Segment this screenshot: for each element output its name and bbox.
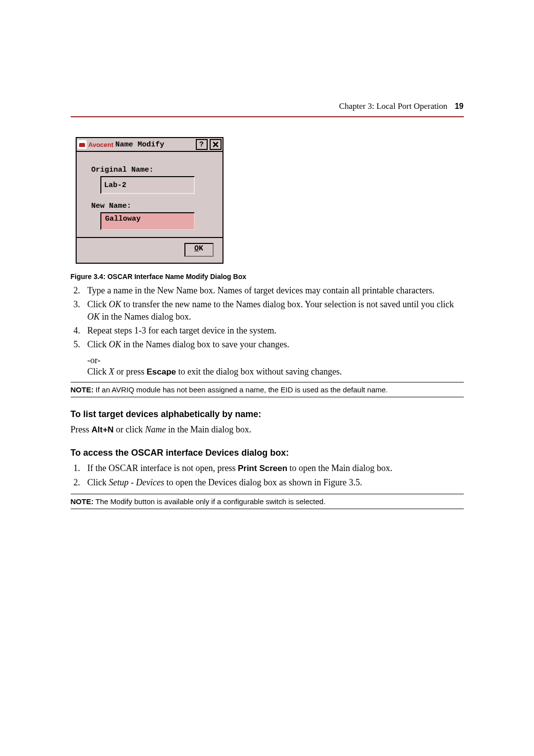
list2-step-2: Click Setup - Devices to open the Device… bbox=[83, 476, 464, 488]
close-button[interactable] bbox=[210, 139, 222, 150]
page-header: Chapter 3: Local Port Operation 19 bbox=[71, 101, 464, 117]
dialog-title: Name Modify bbox=[115, 141, 193, 149]
step-3: Click OK to transfer the new name to the… bbox=[83, 298, 464, 323]
section-heading-2: To access the OSCAR interface Devices di… bbox=[71, 448, 464, 458]
or-text: -or- bbox=[88, 355, 464, 366]
new-name-input[interactable] bbox=[104, 214, 193, 224]
paragraph-1: Press Alt+N or click Name in the Main di… bbox=[71, 424, 464, 436]
new-name-label: New Name: bbox=[91, 202, 214, 210]
note-1: NOTE: If an AVRIQ module has not been as… bbox=[71, 382, 464, 397]
brand-text: Avocent bbox=[89, 141, 114, 148]
ok-button[interactable]: OK bbox=[184, 243, 214, 257]
steps-list-1: Type a name in the New Name box. Names o… bbox=[71, 284, 464, 350]
note-2: NOTE: The Modify button is available onl… bbox=[71, 494, 464, 509]
close-icon bbox=[213, 142, 219, 147]
steps-list-2: If the OSCAR interface is not open, pres… bbox=[71, 462, 464, 488]
step-5: Click OK in the Names dialog box to save… bbox=[83, 338, 464, 350]
avocent-logo-icon bbox=[78, 140, 87, 149]
step-2: Type a name in the New Name box. Names o… bbox=[83, 284, 464, 296]
page-number: 19 bbox=[455, 102, 464, 111]
section-heading-1: To list target devices alphabetically by… bbox=[71, 409, 464, 420]
help-button[interactable]: ? bbox=[196, 139, 208, 150]
chapter-title: Chapter 3: Local Port Operation bbox=[339, 101, 447, 111]
original-name-field: Lab-2 bbox=[100, 176, 195, 194]
new-name-field[interactable] bbox=[100, 212, 195, 230]
sub-step: Click X or press Escape to exit the dial… bbox=[88, 367, 464, 377]
dialog-titlebar: Avocent Name Modify ? bbox=[77, 138, 222, 152]
name-modify-dialog: Avocent Name Modify ? Original Name: Lab… bbox=[76, 137, 223, 264]
figure-caption: Figure 3.4: OSCAR Interface Name Modify … bbox=[71, 273, 464, 281]
list2-step-1: If the OSCAR interface is not open, pres… bbox=[83, 462, 464, 474]
step-4: Repeat steps 1-3 for each target device … bbox=[83, 325, 464, 336]
original-name-label: Original Name: bbox=[91, 166, 214, 174]
